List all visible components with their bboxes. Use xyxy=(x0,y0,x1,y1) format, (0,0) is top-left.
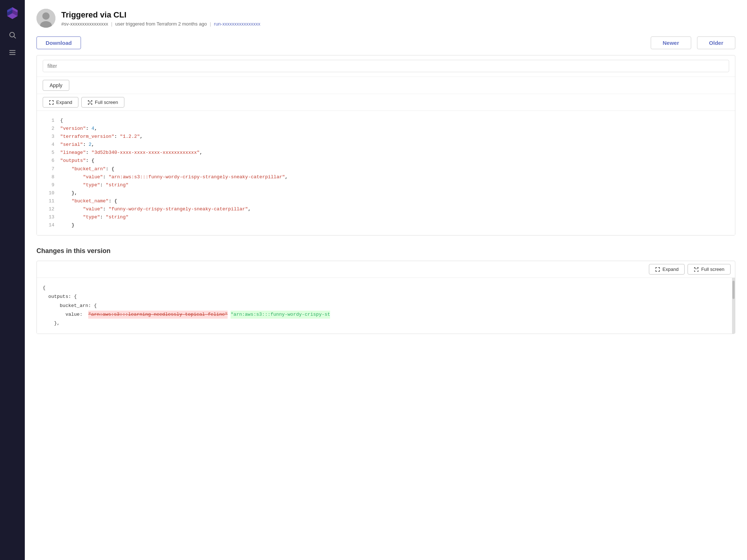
download-button[interactable]: Download xyxy=(36,36,81,49)
page-header: Triggered via CLI #sv-xxxxxxxxxxxxxxxx |… xyxy=(36,9,735,28)
filter-actions: Apply xyxy=(37,77,735,94)
svg-line-16 xyxy=(89,102,90,104)
expand-button[interactable]: Expand xyxy=(43,97,78,108)
avatar xyxy=(36,9,55,28)
changes-expand-button[interactable]: Expand xyxy=(649,264,685,275)
changes-panel: Expand Full screen { xyxy=(36,261,735,334)
header-info: Triggered via CLI #sv-xxxxxxxxxxxxxxxx |… xyxy=(61,10,260,27)
svg-line-6 xyxy=(14,36,16,38)
code-line: 8 "value": "arn:aws:s3:::funny-wordy-cri… xyxy=(37,173,735,181)
diff-line: { xyxy=(43,284,729,292)
fullscreen-button[interactable]: Full screen xyxy=(81,97,124,108)
changes-expand-icon xyxy=(655,267,660,272)
separator-1: | xyxy=(111,21,112,27)
fullscreen-label: Full screen xyxy=(95,100,118,105)
diff-removed-value: "arn:aws:s3:::learning-needlessly-topica… xyxy=(88,311,228,319)
main-content: Triggered via CLI #sv-xxxxxxxxxxxxxxxx |… xyxy=(25,0,747,560)
vertical-scrollbar-thumb[interactable] xyxy=(732,281,735,299)
svg-line-14 xyxy=(90,101,92,102)
svg-line-13 xyxy=(89,101,90,102)
diff-line: }, xyxy=(43,319,729,328)
code-line: 6 "outputs": { xyxy=(37,157,735,165)
diff-line: outputs: { xyxy=(43,292,729,301)
expand-actions: Expand Full screen xyxy=(37,94,735,111)
run-link[interactable]: run-xxxxxxxxxxxxxxxx xyxy=(214,21,260,27)
changes-fullscreen-label: Full screen xyxy=(701,267,724,272)
code-line: 9 "type": "string" xyxy=(37,181,735,189)
code-line: 3 "terraform_version": "1.2.2", xyxy=(37,133,735,141)
svg-line-15 xyxy=(90,102,92,104)
code-line: 4 "serial": 2, xyxy=(37,141,735,149)
code-line: 7 "bucket_arn": { xyxy=(37,165,735,173)
code-line: 11 "bucket_name": { xyxy=(37,197,735,205)
svg-point-11 xyxy=(42,12,50,20)
toolbar-row: Download Newer Older xyxy=(36,36,735,49)
search-icon[interactable] xyxy=(7,29,18,41)
diff-added-value: "arn:aws:s3:::funny-wordy-crispy-st xyxy=(231,311,330,319)
changes-title: Changes in this version xyxy=(36,247,735,255)
changes-code: { outputs: { bucket_arn: { value: "arn:a… xyxy=(37,278,735,333)
svg-line-18 xyxy=(697,268,698,269)
sidebar xyxy=(0,0,25,560)
code-line: 2 "version": 4, xyxy=(37,125,735,133)
run-id: #sv-xxxxxxxxxxxxxxxx xyxy=(61,21,108,27)
vertical-scrollbar-track[interactable] xyxy=(732,278,735,333)
code-line: 14 } xyxy=(37,221,735,229)
changes-code-wrapper: { outputs: { bucket_arn: { value: "arn:a… xyxy=(37,278,735,333)
code-line: 13 "type": "string" xyxy=(37,213,735,221)
expand-label: Expand xyxy=(56,100,72,105)
expand-icon xyxy=(49,100,54,105)
fullscreen-icon xyxy=(88,100,93,105)
svg-point-5 xyxy=(10,32,15,37)
code-container: 1 { 2 "version": 4, 3 "terraform_version… xyxy=(37,111,735,235)
header-meta: #sv-xxxxxxxxxxxxxxxx | user triggered fr… xyxy=(61,21,260,27)
menu-icon[interactable] xyxy=(7,47,18,58)
filter-bar xyxy=(37,55,735,77)
meta-text: user triggered from Terraform 2 months a… xyxy=(115,21,207,27)
changes-fullscreen-icon xyxy=(694,267,699,272)
code-line: 5 "lineage": "3d52b340-xxxx-xxxx-xxxx-xx… xyxy=(37,149,735,157)
diff-line-value: value: "arn:aws:s3:::learning-needlessly… xyxy=(43,310,729,319)
diff-line: bucket_arn: { xyxy=(43,302,729,310)
older-button[interactable]: Older xyxy=(697,36,735,49)
state-panel: Apply Expand Full screen xyxy=(36,55,735,236)
filter-input[interactable] xyxy=(43,60,729,72)
changes-fullscreen-button[interactable]: Full screen xyxy=(688,264,731,275)
newer-button[interactable]: Newer xyxy=(651,36,691,49)
changes-expand-label: Expand xyxy=(662,267,678,272)
changes-toolbar: Expand Full screen xyxy=(37,261,735,278)
app-logo[interactable] xyxy=(5,6,20,20)
apply-button[interactable]: Apply xyxy=(43,80,69,91)
changes-section: Changes in this version Expand Full scre… xyxy=(36,247,735,334)
code-line: 1 { xyxy=(37,117,735,125)
page-title: Triggered via CLI xyxy=(61,10,260,20)
code-line: 12 "value": "funny-wordy-crispy-strangel… xyxy=(37,205,735,213)
separator-2: | xyxy=(210,21,211,27)
svg-line-17 xyxy=(695,268,696,269)
code-line: 10 }, xyxy=(37,189,735,197)
